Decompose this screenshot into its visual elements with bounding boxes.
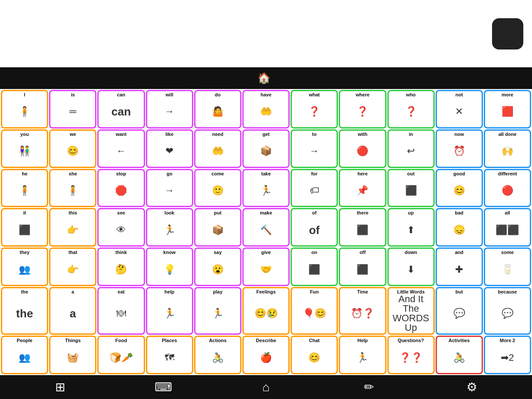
cell-label: but <box>456 289 463 294</box>
cell-we[interactable]: we😊 <box>49 129 96 168</box>
cell-label: with <box>358 132 367 137</box>
cell-more-2[interactable]: More 2➡2 <box>484 336 531 374</box>
grid-area: I🧍is═cancanwill→do🤷have🤲what❓where❓who❓n… <box>0 89 532 375</box>
cell-you[interactable]: you👫 <box>1 129 48 168</box>
cell-want[interactable]: want← <box>97 129 145 168</box>
cell-stop[interactable]: stop🛑 <box>97 169 145 208</box>
cell-fun[interactable]: Fun🎈😊 <box>291 287 338 335</box>
cell-icon: the <box>16 294 33 333</box>
cell-people[interactable]: People👥 <box>1 336 48 374</box>
cell-good[interactable]: good😊 <box>436 169 483 208</box>
cell-but[interactable]: but💬 <box>436 287 483 335</box>
cell-label: Food <box>116 338 127 343</box>
cell-places[interactable]: Places🗺 <box>146 336 193 374</box>
cell-that[interactable]: that👉 <box>49 247 96 286</box>
cell-see[interactable]: see👁 <box>97 208 145 247</box>
cell-label: up <box>408 210 413 215</box>
cell-look[interactable]: look🏃 <box>146 208 193 247</box>
settings-button[interactable]: ⚙ <box>461 376 483 398</box>
cell-icon: 🏷 <box>310 176 319 205</box>
cell-now[interactable]: now⏰ <box>436 129 483 168</box>
cell-different[interactable]: different🔴 <box>484 169 531 208</box>
cell-think[interactable]: think🤔 <box>97 247 145 286</box>
cell-know[interactable]: know💡 <box>146 247 193 286</box>
cell-is[interactable]: is═ <box>49 90 96 129</box>
cell-the[interactable]: thethe <box>1 287 48 335</box>
cell-can[interactable]: cancan <box>97 90 145 129</box>
cell-give[interactable]: give🤝 <box>242 247 290 286</box>
cell-because[interactable]: because💬 <box>484 287 531 335</box>
cell-what[interactable]: what❓ <box>291 90 338 129</box>
cell-food[interactable]: Food🍞🥕 <box>97 336 145 374</box>
cell-label: where <box>356 92 370 97</box>
cell-take[interactable]: take🏃 <box>242 169 290 208</box>
cell-all-done[interactable]: all done🙌 <box>484 129 531 168</box>
cell-like[interactable]: like❤ <box>146 129 193 168</box>
cell-activities[interactable]: Activities🚴 <box>436 336 483 374</box>
cell-questions[interactable]: Questions?❓❓ <box>387 336 435 374</box>
cell-here[interactable]: here📌 <box>339 169 386 208</box>
cell-this[interactable]: this👉 <box>49 208 96 247</box>
cell-eat[interactable]: eat🍽 <box>97 287 145 335</box>
keyboard-button[interactable]: ⌨ <box>152 376 174 398</box>
cell-icon: ➡2 <box>501 343 514 372</box>
cell-all[interactable]: all⬛⬛ <box>484 208 531 247</box>
cell-who[interactable]: who❓ <box>387 90 435 129</box>
cell-it[interactable]: it⬛ <box>1 208 48 247</box>
cell-describe[interactable]: Describe🍎 <box>242 336 290 374</box>
cell-help[interactable]: Help🏃 <box>339 336 386 374</box>
cell-need[interactable]: need🤲 <box>194 129 241 168</box>
cell-icon: ⏰ <box>453 137 465 166</box>
cell-little-words[interactable]: Little WordsAnd It TheWORDSUp <box>387 287 435 335</box>
cell-label: Fun <box>310 289 319 294</box>
cell-have[interactable]: have🤲 <box>242 90 290 129</box>
cell-of[interactable]: ofof <box>291 208 338 247</box>
cell-label: good <box>453 171 465 176</box>
home-button[interactable]: ⌂ <box>255 376 277 398</box>
cell-come[interactable]: come🙂 <box>194 169 241 208</box>
grid-view-button[interactable]: ⊞ <box>50 376 71 398</box>
cell-down[interactable]: down⬇ <box>387 247 435 286</box>
cell-a[interactable]: aa <box>49 287 96 335</box>
cell-where[interactable]: where❓ <box>339 90 386 129</box>
cell-go[interactable]: go→ <box>146 169 193 208</box>
cell-he[interactable]: he🧍 <box>1 169 48 208</box>
cell-out[interactable]: out⬛ <box>387 169 435 208</box>
cell-label: Chat <box>309 338 319 343</box>
cell-not[interactable]: not✕ <box>436 90 483 129</box>
cell-help[interactable]: help🏃 <box>146 287 193 335</box>
cell-she[interactable]: she🧍 <box>49 169 96 208</box>
cell-make[interactable]: make🔨 <box>242 208 290 247</box>
close-button[interactable] <box>492 18 523 49</box>
cell-chat[interactable]: Chat😊 <box>291 336 338 374</box>
cell-off[interactable]: off⬛ <box>339 247 386 286</box>
cell-and[interactable]: and✚ <box>436 247 483 286</box>
cell-in[interactable]: in↩ <box>387 129 435 168</box>
cell-bad[interactable]: bad😞 <box>436 208 483 247</box>
cell-get[interactable]: get📦 <box>242 129 290 168</box>
cell-icon: of <box>309 216 320 245</box>
cell-say[interactable]: say😮 <box>194 247 241 286</box>
cell-up[interactable]: up⬆ <box>387 208 435 247</box>
cell-actions[interactable]: Actions🚴 <box>194 336 241 374</box>
cell-feelings[interactable]: Feelings😊😢 <box>242 287 290 335</box>
cell-icon: 🙌 <box>502 137 513 166</box>
cell-do[interactable]: do🤷 <box>194 90 241 129</box>
cell-icon: 😮 <box>212 255 224 284</box>
cell-play[interactable]: play🏃 <box>194 287 241 335</box>
cell-will[interactable]: will→ <box>146 90 193 129</box>
cell-there[interactable]: there⬛ <box>339 208 386 247</box>
cell-put[interactable]: put📦 <box>194 208 241 247</box>
cell-for[interactable]: for🏷 <box>291 169 338 208</box>
cell-some[interactable]: some🥛 <box>484 247 531 286</box>
cell-on[interactable]: on⬛ <box>291 247 338 286</box>
cell-label: have <box>261 92 271 97</box>
cell-things[interactable]: Things🧺 <box>49 336 96 374</box>
edit-button[interactable]: ✏ <box>358 376 380 398</box>
cell-they[interactable]: they👥 <box>1 247 48 286</box>
cell-more[interactable]: more🟥 <box>484 90 531 129</box>
cell-time[interactable]: Time⏰❓ <box>339 287 386 335</box>
cell-with[interactable]: with🔴 <box>339 129 386 168</box>
cell-i[interactable]: I🧍 <box>1 90 48 129</box>
cell-to[interactable]: to→ <box>291 129 338 168</box>
